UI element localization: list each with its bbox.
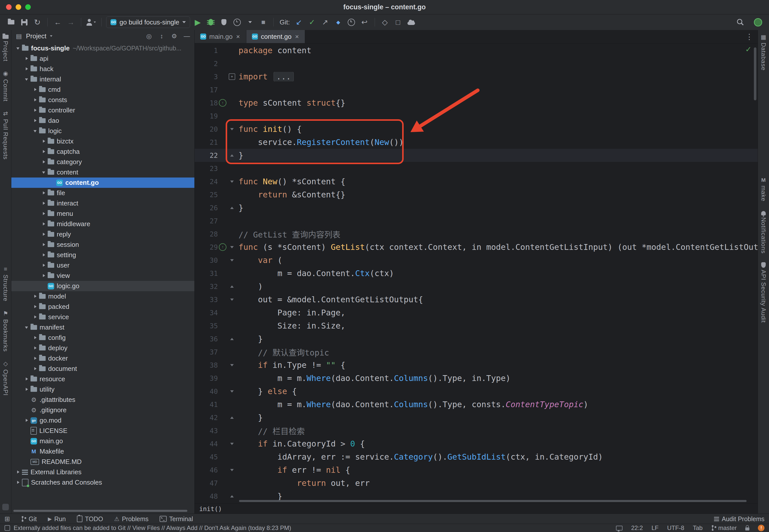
implemented-icon[interactable]: ↑ <box>219 99 226 107</box>
project-view-icon[interactable]: ▤ <box>15 32 23 40</box>
git-branch-widget[interactable]: master <box>711 524 737 531</box>
code-line-42[interactable]: 42 } <box>195 411 758 424</box>
settings-icon[interactable]: ⚙ <box>170 32 178 40</box>
line-number[interactable]: 34 <box>195 309 218 317</box>
code-line-22[interactable]: 22} <box>195 149 758 162</box>
code-line-35[interactable]: 35 Size: in.Size, <box>195 319 758 332</box>
tool-window-button-run[interactable]: Run <box>48 515 66 523</box>
code-line-17[interactable]: 17 <box>195 83 758 96</box>
tree-row-user[interactable]: user <box>11 260 194 271</box>
line-number[interactable]: 17 <box>195 86 218 94</box>
line-number[interactable]: 19 <box>195 112 218 120</box>
tree-row-gitignore[interactable]: .gitignore <box>11 405 194 415</box>
tool-button-structure[interactable]: Structure <box>2 265 9 301</box>
chevron-collapsed[interactable] <box>32 117 39 125</box>
chevron-collapsed[interactable] <box>40 189 48 197</box>
line-number[interactable]: 25 <box>195 191 218 199</box>
tree-row-internal[interactable]: internal <box>11 74 194 84</box>
chevron-expanded[interactable] <box>32 127 39 135</box>
tree-row-config[interactable]: config <box>11 333 194 343</box>
code-line-21[interactable]: 21 service.RegisterContent(New()) <box>195 136 758 149</box>
chevron-collapsed[interactable] <box>23 65 31 73</box>
code-line-27[interactable]: 27 <box>195 214 758 227</box>
code-line-25[interactable]: 25 return &sContent{} <box>195 188 758 201</box>
cloud-sync-icon[interactable] <box>406 17 417 28</box>
profile-icon[interactable] <box>86 17 97 28</box>
line-number[interactable]: 41 <box>195 401 218 408</box>
line-number[interactable]: 2 <box>195 60 218 68</box>
tree-row-resource[interactable]: resource <box>11 374 194 384</box>
close-window-button[interactable] <box>6 4 12 10</box>
fold-marker-open[interactable] <box>227 259 236 261</box>
search-everywhere-icon[interactable] <box>735 17 746 28</box>
line-number[interactable]: 26 <box>195 204 218 212</box>
tool-window-button-todo[interactable]: TODO <box>77 515 103 523</box>
chevron-collapsed[interactable] <box>32 86 39 94</box>
tree-row-menu[interactable]: menu <box>11 209 194 219</box>
fold-marker-close[interactable] <box>227 338 236 340</box>
code-line-33[interactable]: 33 out = &model.ContentGetListOutput{ <box>195 293 758 306</box>
tree-row-content[interactable]: content <box>11 167 194 178</box>
line-number[interactable]: 42 <box>195 414 218 422</box>
git-update-icon[interactable] <box>293 17 305 28</box>
tree-row-external-libraries[interactable]: External Libraries <box>11 467 194 477</box>
code-line-28[interactable]: 28// GetList 查询内容列表 <box>195 227 758 241</box>
code-line-44[interactable]: 44 if in.CategoryId > 0 { <box>195 437 758 450</box>
select-opened-file-icon[interactable]: ◎ <box>145 32 153 40</box>
code-with-me-icon[interactable] <box>616 526 623 530</box>
tree-row-focus-single[interactable]: focus-single~/Workspace/Go/GOPATH/src/gi… <box>11 43 194 53</box>
tool-windows-icon[interactable] <box>5 515 10 523</box>
implemented-icon[interactable]: ↑ <box>219 243 226 251</box>
file-encoding[interactable]: UTF-8 <box>667 524 684 531</box>
notification-badge[interactable]: ! <box>758 525 764 531</box>
chevron-expanded[interactable] <box>23 76 31 83</box>
tree-row-middleware[interactable]: middleware <box>11 219 194 229</box>
stash-icon[interactable] <box>393 17 404 28</box>
line-number[interactable]: 35 <box>195 322 218 330</box>
rollback-icon[interactable] <box>359 17 370 28</box>
back-icon[interactable] <box>52 17 63 28</box>
tree-row-scratches-and-consoles[interactable]: Scratches and Consoles <box>11 477 194 488</box>
updates-indicator-icon[interactable] <box>752 17 763 28</box>
git-fetch-icon[interactable] <box>333 17 344 28</box>
tree-row-license[interactable]: LICENSE <box>11 426 194 436</box>
line-number[interactable]: 48 <box>195 492 218 500</box>
chevron-collapsed[interactable] <box>23 386 31 393</box>
line-number[interactable]: 20 <box>195 125 218 133</box>
fold-marker-close[interactable] <box>227 207 236 209</box>
code-line-47[interactable]: 47 return out, err <box>195 477 758 490</box>
chevron-collapsed[interactable] <box>32 365 39 373</box>
git-commit-icon[interactable] <box>307 17 318 28</box>
profiler-icon[interactable] <box>231 17 243 28</box>
tree-row-docker[interactable]: docker <box>11 353 194 364</box>
tool-window-button-problems[interactable]: Problems <box>114 515 149 523</box>
line-number[interactable]: 36 <box>195 335 218 343</box>
run-configuration-select[interactable]: go build focus-single <box>106 16 190 28</box>
tool-window-button-terminal[interactable]: Terminal <box>160 515 193 523</box>
tree-row-dao[interactable]: dao <box>11 115 194 126</box>
line-number[interactable]: 43 <box>195 427 218 435</box>
code-line-19[interactable]: 19 <box>195 109 758 123</box>
chevron-collapsed[interactable] <box>32 355 39 362</box>
line-separator[interactable]: LF <box>652 524 659 531</box>
chevron-collapsed[interactable] <box>40 231 48 238</box>
chevron-expanded[interactable] <box>40 169 48 176</box>
tree-row-hack[interactable]: hack <box>11 64 194 74</box>
chevron-collapsed[interactable] <box>40 220 48 228</box>
tree-row-setting[interactable]: setting <box>11 250 194 260</box>
status-message[interactable]: Externally added files can be added to G… <box>14 524 291 531</box>
code-line-45[interactable]: 45 idArray, err := service.Category().Ge… <box>195 450 758 463</box>
tree-row-reply[interactable]: reply <box>11 229 194 240</box>
code-line-26[interactable]: 26} <box>195 201 758 214</box>
fold-marker-open[interactable] <box>227 469 236 471</box>
editor-vertical-scrollbar[interactable] <box>754 47 756 100</box>
chevron-collapsed[interactable] <box>40 138 48 145</box>
chevron-collapsed[interactable] <box>40 158 48 166</box>
line-number[interactable]: 45 <box>195 453 218 461</box>
tool-window-button-audit-problems[interactable]: Audit Problems <box>714 515 764 523</box>
tree-row-document[interactable]: document <box>11 364 194 374</box>
chevron-collapsed[interactable] <box>40 262 48 269</box>
breadcrumb[interactable]: init() <box>199 505 222 513</box>
chevron-collapsed[interactable] <box>32 344 39 352</box>
line-number[interactable]: 30 <box>195 256 218 264</box>
